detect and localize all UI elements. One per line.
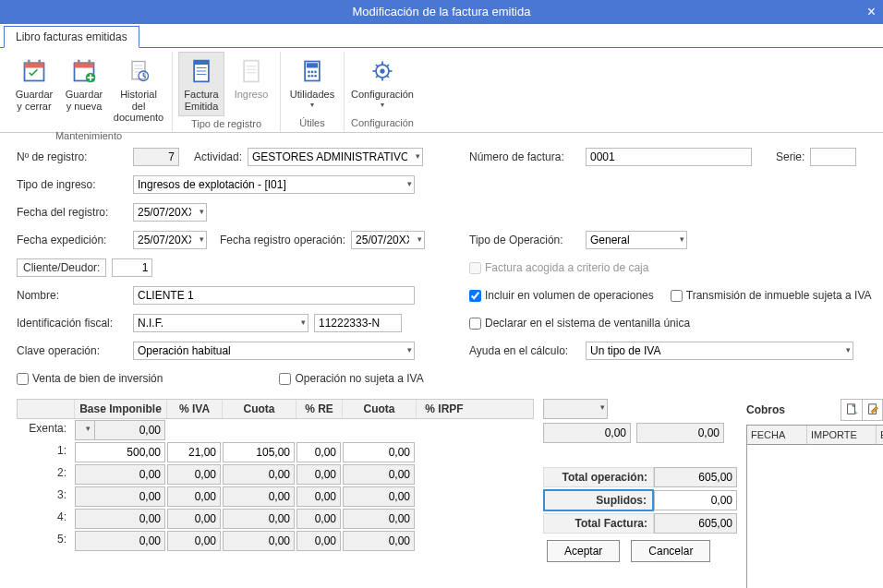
total-fact-value — [654, 513, 737, 534]
ayuda-calc-select[interactable] — [586, 342, 853, 360]
svg-point-28 — [308, 75, 310, 78]
actividad-select[interactable] — [248, 148, 423, 166]
col-re: % RE — [296, 400, 343, 418]
irpf-base — [543, 423, 631, 443]
base-field[interactable] — [75, 531, 165, 551]
col-e: E — [877, 426, 883, 444]
historial-button[interactable]: Historial del documento — [111, 52, 166, 128]
ribbon-group-label: Tipo de registro — [191, 116, 261, 133]
base-field[interactable] — [75, 509, 165, 529]
id-fiscal-tipo-select[interactable] — [133, 314, 308, 332]
cuota2-field[interactable] — [343, 442, 415, 462]
base-field[interactable] — [75, 442, 165, 462]
close-icon[interactable]: × — [867, 0, 876, 24]
ribbon-group-tipo-registro: Factura Emitida Ingreso Tipo de registro — [173, 52, 281, 132]
re-field[interactable] — [296, 464, 341, 485]
fecha-exp-field[interactable] — [133, 231, 207, 249]
re-field[interactable] — [296, 486, 341, 507]
nombre-field[interactable] — [133, 286, 415, 305]
clave-op-select[interactable] — [133, 342, 415, 360]
row-label: 3: — [17, 486, 74, 508]
cuota-field[interactable] — [223, 486, 295, 507]
col-base: Base Imponible — [75, 400, 167, 418]
exenta-type-select[interactable] — [75, 420, 95, 440]
ventanilla-checkbox[interactable] — [469, 318, 481, 330]
cuota2-field[interactable] — [343, 486, 415, 507]
criterio-caja-checkbox[interactable] — [469, 262, 481, 274]
incluir-vol-checkbox[interactable] — [469, 290, 481, 302]
cuota-field[interactable] — [223, 442, 295, 462]
tipo-ingreso-select[interactable] — [133, 175, 415, 194]
row-label: 4: — [17, 508, 74, 530]
iva-field[interactable] — [167, 486, 221, 507]
svg-rect-19 — [244, 61, 259, 82]
id-fiscal-num-field[interactable] — [314, 314, 402, 332]
clave-op-label: Clave operación: — [17, 344, 127, 357]
tab-libro-facturas[interactable]: Libro facturas emitidas — [4, 26, 139, 48]
id-fiscal-label: Identificación fiscal: — [17, 317, 127, 330]
ribbon-group-mantenimiento: Guardar y cerrar Guardar y nueva Histori… — [6, 52, 173, 132]
svg-point-27 — [314, 71, 317, 74]
iva-field[interactable] — [167, 531, 221, 551]
tipo-op-select[interactable] — [586, 231, 687, 249]
venta-inv-label: Venta de bien de inversión — [32, 372, 163, 385]
iva-row: 1: — [17, 441, 534, 463]
iva-row: 3: — [17, 486, 534, 508]
base-field[interactable] — [75, 464, 165, 485]
total-fact-label: Total Factura: — [543, 513, 654, 534]
op-no-iva-checkbox[interactable] — [279, 373, 291, 385]
col-cuota2: Cuota — [343, 400, 417, 418]
svg-line-40 — [376, 76, 378, 78]
svg-rect-24 — [307, 63, 318, 67]
cuota2-field[interactable] — [343, 464, 415, 485]
transm-inm-label: Transmisión de inmueble sujeta a IVA — [686, 289, 872, 302]
venta-inv-checkbox[interactable] — [17, 373, 29, 385]
ingreso-button[interactable]: Ingreso — [228, 52, 274, 105]
cancelar-button[interactable]: Cancelar — [631, 540, 710, 562]
exenta-base — [93, 420, 165, 440]
incluir-vol-label: Incluir en volumen de operaciones — [485, 289, 654, 302]
serie-field[interactable] — [810, 148, 856, 166]
aceptar-button[interactable]: Aceptar — [547, 540, 620, 562]
chevron-down-icon: ▾ — [310, 101, 314, 109]
factura-emitida-button[interactable]: Factura Emitida — [178, 52, 224, 116]
save-close-icon — [19, 56, 49, 86]
transm-inm-checkbox[interactable] — [671, 290, 683, 302]
iva-row: 5: — [17, 530, 534, 552]
row-label: 1: — [17, 441, 74, 463]
suplidos-label: Suplidos: — [543, 489, 654, 511]
new-doc-icon[interactable]: + — [841, 400, 862, 420]
svg-point-25 — [308, 71, 310, 74]
configuracion-button[interactable]: Configuración ▾ — [350, 52, 415, 114]
col-iva: % IVA — [167, 400, 223, 418]
iva-row: 4: — [17, 508, 534, 530]
cliente-button[interactable]: Cliente/Deudor: — [17, 258, 106, 277]
utilidades-button[interactable]: Utilidades ▾ — [286, 52, 338, 114]
guardar-cerrar-button[interactable]: Guardar y cerrar — [11, 52, 57, 116]
iva-field[interactable] — [167, 509, 221, 529]
cobros-table: FECHA IMPORTE E — [746, 425, 883, 588]
edit-doc-icon[interactable] — [862, 400, 882, 420]
criterio-caja-label: Factura acogida a criterio de caja — [485, 261, 648, 274]
nfactura-field[interactable] — [586, 148, 752, 166]
fecha-registro-field[interactable] — [133, 203, 207, 222]
cuota2-field[interactable] — [343, 509, 415, 529]
irpf-pct-select[interactable] — [543, 399, 608, 419]
cuota2-field[interactable] — [343, 531, 415, 551]
title-bar: Modificación de la factura emitida × — [0, 0, 883, 24]
history-icon — [124, 56, 153, 86]
re-field[interactable] — [296, 442, 341, 462]
cuota-field[interactable] — [223, 509, 295, 529]
iva-field[interactable] — [167, 442, 221, 462]
suplidos-field[interactable] — [654, 490, 737, 510]
fecha-reg-op-field[interactable] — [351, 231, 425, 249]
cliente-field[interactable] — [112, 258, 152, 277]
base-field[interactable] — [75, 486, 165, 507]
re-field[interactable] — [296, 531, 341, 551]
re-field[interactable] — [296, 509, 341, 529]
fecha-reg-op-label: Fecha registro operación: — [220, 234, 345, 246]
cuota-field[interactable] — [223, 464, 295, 485]
iva-field[interactable] — [167, 464, 221, 485]
cuota-field[interactable] — [223, 531, 295, 551]
guardar-nueva-button[interactable]: Guardar y nueva — [61, 52, 107, 116]
